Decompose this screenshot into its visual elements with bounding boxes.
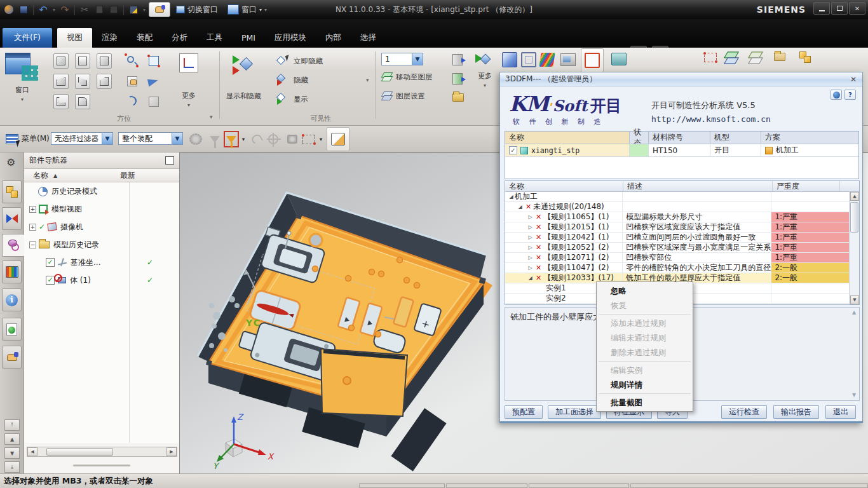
scroll-top-button[interactable]: ⤒ — [4, 419, 20, 431]
undo-icon[interactable]: ↶ — [37, 3, 50, 16]
menu-item-忽略[interactable]: 忽略 — [597, 283, 693, 298]
layer-settings-item[interactable]: 图层设置 — [381, 91, 425, 101]
rules-rule-row[interactable]: ▷✕【规则12052】(2)凹槽狭窄区域深度与最小宽度满足一定关系1:严重 — [505, 243, 849, 253]
orient-more-button[interactable]: 更多 ▾ — [179, 53, 198, 108]
detach-panel-button[interactable] — [165, 156, 174, 165]
tab-分析[interactable]: 分析 — [162, 28, 197, 48]
snap-point-button-active[interactable] — [224, 131, 239, 147]
collapse-icon[interactable]: − — [29, 241, 36, 248]
dialog-close-icon[interactable]: ✕ — [848, 74, 858, 85]
checkbox-checked-icon[interactable]: ✓ — [46, 258, 55, 267]
rules-vertical-scrollbar[interactable]: ▲ ▼ — [849, 192, 859, 304]
view-trimetric-button[interactable] — [97, 74, 112, 89]
parts-table-row[interactable]: ✓ xiangti_stp HT150 开目 机加工 — [505, 144, 858, 157]
rules-rule-row[interactable]: ▷✕【规则12015】(1)凹槽狭窄区域宽度应该大于指定值1:严重 — [505, 222, 849, 233]
tab-装配[interactable]: 装配 — [127, 28, 162, 48]
cad-model[interactable] — [198, 193, 492, 471]
layer-visible-in-view-button[interactable] — [146, 94, 161, 109]
collapsed-icon[interactable]: ▷ — [527, 255, 534, 261]
perspective-button[interactable] — [146, 74, 161, 89]
assembly-navigator-tab[interactable] — [2, 180, 22, 203]
assembly-cube-button[interactable] — [799, 51, 815, 65]
dialog-button-预配置[interactable]: 预配置 — [505, 405, 543, 419]
view-iso-button[interactable] — [75, 94, 90, 109]
selection-scope-combo[interactable]: 整个装配 ▼ — [118, 132, 183, 145]
dialog-help-button[interactable]: ? — [844, 90, 856, 100]
open-folder-button[interactable] — [452, 93, 464, 102]
view-in-window-2-button[interactable] — [452, 73, 463, 85]
selection-filter-combo[interactable]: 无选择过滤器 ▼ — [51, 132, 113, 145]
art-appearance-button[interactable] — [540, 53, 555, 67]
view-right-button[interactable] — [53, 74, 69, 89]
studio-render-button[interactable] — [560, 53, 576, 67]
edit-dropdown-arrow-icon[interactable]: ▾ — [142, 3, 147, 16]
combo-dropdown-icon[interactable]: ▼ — [412, 53, 423, 65]
view-in-window-button[interactable] — [452, 54, 463, 65]
view-corner-button[interactable] — [75, 74, 90, 89]
checkbox-checked-icon[interactable]: ✓ — [46, 276, 55, 285]
visibility-more-button[interactable]: 更多 ▾ — [475, 53, 494, 88]
scroll-up-icon[interactable]: ▲ — [850, 309, 858, 316]
window-gallery-button[interactable]: 窗口 ▾ — [5, 53, 39, 102]
dialog-button-加工面选择[interactable]: 加工面选择 — [548, 405, 601, 419]
rules-group-machining[interactable]: ◢机加工 — [505, 192, 849, 202]
combo-dropdown-icon[interactable]: ▼ — [102, 133, 112, 144]
expanded-icon[interactable]: ◢ — [527, 275, 534, 281]
annotation-button[interactable] — [774, 53, 789, 67]
rules-rule-row[interactable]: ▷✕【规则11047】(2)零件的槽腔转角的大小决定加工刀具的直径...2:一般 — [505, 263, 849, 273]
rules-rule-row[interactable]: ▷✕【规则11065】(1)模型漏标最大外形尺寸1:严重 — [505, 212, 849, 222]
visibility-more-arrow-icon[interactable]: ▾ — [366, 77, 369, 83]
tab-内部[interactable]: 内部 — [316, 28, 351, 48]
copy-icon[interactable] — [93, 3, 105, 16]
undo-selection-button[interactable] — [249, 131, 264, 147]
move-to-layer-item[interactable]: 移动至图层 — [381, 72, 433, 82]
menu-item-批量截图[interactable]: 批量截图 — [597, 395, 693, 410]
tree-item-body[interactable]: ✓ 体 (1) ✓ — [24, 271, 179, 289]
tree-item-cameras[interactable]: + ✓ 摄像机 — [24, 218, 179, 236]
hide-item[interactable]: 隐藏 — [277, 74, 308, 86]
touch-tab[interactable] — [2, 346, 22, 369]
layer-stack-button[interactable] — [726, 51, 741, 65]
switch-window-button[interactable]: 切换窗口 — [172, 3, 222, 17]
scroll-right-icon[interactable]: ▶ — [166, 447, 177, 456]
rotate-view-button[interactable] — [125, 94, 140, 109]
scrollbar-thumb[interactable] — [46, 448, 113, 456]
tab-应用模块[interactable]: 应用模块 — [265, 28, 316, 48]
shaded-selection-button[interactable] — [327, 127, 349, 151]
scrollbar-thumb[interactable] — [850, 202, 858, 233]
view-bottom-button[interactable] — [53, 94, 69, 109]
tree-item-model-views[interactable]: + 模型视图 — [24, 200, 179, 218]
select-dropdown-arrow-icon[interactable]: ▾ — [318, 131, 324, 147]
scroll-down-icon[interactable]: ▼ — [850, 391, 858, 399]
tree-item-history-mode[interactable]: 历史记录模式 — [24, 182, 179, 200]
combo-dropdown-icon[interactable]: ▼ — [172, 133, 182, 144]
group-dropdown-arrow-icon[interactable]: ▾ — [210, 114, 213, 120]
shaded-view-button[interactable] — [502, 52, 517, 66]
fit-view-button[interactable] — [146, 53, 161, 69]
point-constructor-button[interactable] — [266, 131, 281, 147]
rectangle-select-button[interactable] — [301, 131, 316, 147]
tab-选择[interactable]: 选择 — [351, 28, 386, 48]
tree-item-model-history[interactable]: − 模型历史记录 — [24, 236, 179, 254]
dialog-pin-button[interactable] — [831, 90, 842, 100]
zoom-button[interactable] — [125, 53, 140, 69]
rules-group-failed[interactable]: ◢✕未通过规则(20/148) — [505, 202, 849, 212]
tree-item-datum-csys[interactable]: ✓ 基准坐... ✓ — [24, 254, 179, 271]
resource-bar-settings-icon[interactable]: ⚙ — [6, 156, 15, 168]
show-hide-button[interactable]: 显示和隐藏 — [226, 54, 261, 101]
tab-工具[interactable]: 工具 — [197, 28, 232, 48]
tab-PMI[interactable]: PMI — [232, 28, 265, 48]
view-left-button[interactable] — [97, 53, 112, 69]
restore-button[interactable] — [831, 2, 848, 15]
cut-icon[interactable]: ✂ — [78, 3, 91, 16]
panel-splitter[interactable] — [24, 462, 179, 468]
constraint-navigator-tab[interactable] — [2, 207, 22, 230]
reuse-library-tab[interactable] — [2, 261, 22, 283]
rules-rule-row[interactable]: ▷✕【规则12042】(1)凹槽立面间同层的小过渡圆角最好一致1:严重 — [505, 233, 849, 243]
collapsed-icon[interactable]: ▷ — [527, 214, 534, 220]
scroll-down-icon[interactable]: ▼ — [850, 295, 859, 304]
navigator-horizontal-scrollbar[interactable]: ◀ ▶ — [27, 447, 177, 457]
menu-item-规则详情[interactable]: 规则详情 — [597, 377, 693, 392]
face-analysis-button-selected[interactable] — [581, 48, 604, 72]
measure-button[interactable] — [704, 53, 719, 67]
